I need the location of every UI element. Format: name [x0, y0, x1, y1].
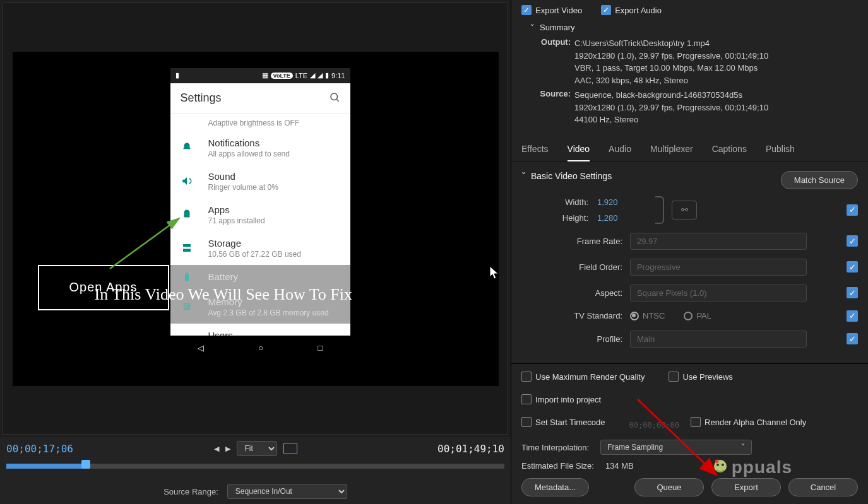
export-audio-checkbox[interactable]: Export Audio [601, 5, 662, 15]
summary-toggle[interactable]: ˅ Summary [530, 23, 858, 32]
summary-output-value: C:\Users\SoftTrick\Desktop\try 1.mp4 192… [574, 37, 858, 86]
chevron-down-icon: ˅ [521, 171, 526, 181]
battery-icon [181, 271, 193, 284]
svg-rect-6 [183, 249, 191, 252]
height-value[interactable]: 1,280 [597, 213, 618, 223]
recents-icon: □ [318, 343, 323, 353]
tab-audio[interactable]: Audio [609, 138, 631, 161]
tab-effects[interactable]: Effects [521, 138, 549, 161]
chevron-down-icon: ˅ [741, 443, 745, 452]
source-range-select[interactable]: Sequence In/Out [227, 484, 347, 499]
tab-multiplexer[interactable]: Multiplexer [650, 138, 693, 161]
queue-button[interactable]: Queue [634, 478, 704, 496]
profile-match-checkbox[interactable]: ✓ [847, 333, 858, 344]
mouse-cursor-icon [490, 266, 499, 283]
phone-settings-list: Adaptive brightness is OFF Notifications… [170, 114, 350, 357]
summary-output-label: Output: [530, 37, 574, 86]
frame-rate-select[interactable]: 29.97 [630, 233, 807, 250]
zoom-fit-select[interactable]: Fit [237, 441, 277, 456]
start-timecode-value[interactable]: 00;00;00;00 [629, 421, 679, 430]
summary-source-value: Sequence, black-background-1468370534d5s… [574, 89, 858, 126]
estimated-size-value: 134 MB [605, 461, 634, 471]
video-settings-panel: ˅ Basic Video Settings Match Source Widt… [511, 162, 868, 364]
aspect-label: Aspect: [521, 288, 622, 298]
prev-mark-button[interactable]: ◀ [214, 445, 219, 453]
bell-icon [181, 141, 193, 154]
match-source-button[interactable]: Match Source [781, 171, 858, 189]
frame-rate-match-checkbox[interactable]: ✓ [847, 235, 858, 247]
export-button[interactable]: Export [711, 478, 781, 496]
aspect-match-checkbox[interactable]: ✓ [847, 287, 858, 298]
android-icon [181, 208, 193, 221]
time-interpolation-select[interactable]: Frame Sampling˅ [600, 440, 752, 455]
svg-rect-10 [185, 305, 188, 308]
width-label: Width: [521, 197, 597, 207]
search-icon [329, 91, 340, 105]
scrubber-track[interactable] [6, 464, 504, 469]
tab-video[interactable]: Video [568, 138, 590, 161]
volte-badge: VoLTE [271, 73, 293, 79]
svg-point-16 [722, 464, 724, 466]
preview-panel: ▮ ▦ VoLTE LTE ◢ ◢ ▮ 9:11 Sett [0, 0, 511, 504]
field-order-match-checkbox[interactable]: ✓ [847, 261, 858, 273]
svg-line-12 [110, 218, 179, 269]
svg-line-1 [336, 99, 338, 101]
back-icon: ◁ [198, 343, 204, 353]
import-into-project-checkbox[interactable]: Import into project [521, 394, 601, 404]
ntsc-radio[interactable]: NTSC [630, 311, 665, 320]
svg-point-15 [716, 464, 719, 466]
render-alpha-checkbox[interactable]: Render Alpha Channel Only [691, 417, 806, 427]
height-label: Height: [521, 213, 597, 223]
link-icon[interactable]: ⚯ [672, 201, 697, 220]
camera-icon: ▮ [175, 71, 179, 79]
cancel-button[interactable]: Cancel [788, 478, 858, 496]
tv-match-checkbox[interactable]: ✓ [847, 310, 858, 322]
tab-captions[interactable]: Captions [712, 138, 747, 161]
scrubber[interactable] [0, 460, 511, 479]
source-range-row: Source Range: Sequence In/Out [0, 479, 511, 504]
safe-margins-button[interactable] [283, 443, 297, 454]
dimension-brace [655, 196, 664, 224]
svg-rect-5 [183, 244, 191, 247]
phone-settings-header: Settings [170, 83, 350, 114]
profile-select[interactable]: Main [630, 331, 807, 348]
metadata-button[interactable]: Metadata... [521, 478, 589, 496]
phone-nav-bar: ◁ ○ □ [170, 336, 350, 361]
current-timecode[interactable]: 00;00;17;06 [6, 443, 73, 455]
watermark: ppuals [709, 457, 792, 480]
tab-publish[interactable]: Publish [766, 138, 795, 161]
estimated-size-label: Estimated File Size: [521, 461, 594, 471]
svg-rect-2 [184, 213, 189, 218]
playhead[interactable] [81, 460, 90, 469]
storage-icon [181, 242, 193, 254]
battery-icon: ▮ [325, 71, 329, 79]
profile-label: Profile: [521, 334, 622, 344]
chevron-down-icon: ˅ [530, 23, 535, 32]
dimension-match-checkbox[interactable]: ✓ [847, 204, 858, 216]
overlay-caption: In This Video We Will See How To Fix [95, 285, 353, 304]
clock: 9:11 [331, 72, 345, 79]
width-value[interactable]: 1,920 [597, 197, 618, 207]
export-video-checkbox[interactable]: Export Video [521, 5, 582, 15]
svg-rect-9 [184, 304, 189, 310]
max-render-quality-checkbox[interactable]: Use Maximum Render Quality [521, 372, 645, 382]
summary-source-label: Source: [530, 89, 574, 126]
field-order-label: Field Order: [521, 262, 622, 272]
use-previews-checkbox[interactable]: Use Previews [669, 372, 732, 382]
aspect-select[interactable]: Square Pixels (1.0) [630, 284, 807, 302]
set-start-timecode-checkbox[interactable]: Set Start Timecode [521, 417, 605, 427]
settings-item-sound: SoundRinger volume at 0% [170, 165, 350, 198]
settings-tabs: Effects Video Audio Multiplexer Captions… [511, 138, 868, 162]
settings-item-storage: Storage10.56 GB of 27.22 GB used [170, 231, 350, 265]
field-order-select[interactable]: Progressive [630, 259, 807, 276]
next-mark-button[interactable]: ▶ [225, 445, 230, 453]
video-frame: ▮ ▦ VoLTE LTE ◢ ◢ ▮ 9:11 Sett [13, 52, 499, 386]
basic-video-toggle[interactable]: ˅ Basic Video Settings [521, 171, 612, 181]
pal-radio[interactable]: PAL [684, 311, 711, 320]
frame-rate-label: Frame Rate: [521, 237, 622, 246]
source-range-label: Source Range: [163, 487, 218, 496]
phone-screenshot: ▮ ▦ VoLTE LTE ◢ ◢ ▮ 9:11 Sett [170, 68, 350, 361]
svg-rect-8 [186, 273, 187, 274]
speaker-icon [181, 175, 193, 187]
brightness-icon [181, 116, 193, 129]
